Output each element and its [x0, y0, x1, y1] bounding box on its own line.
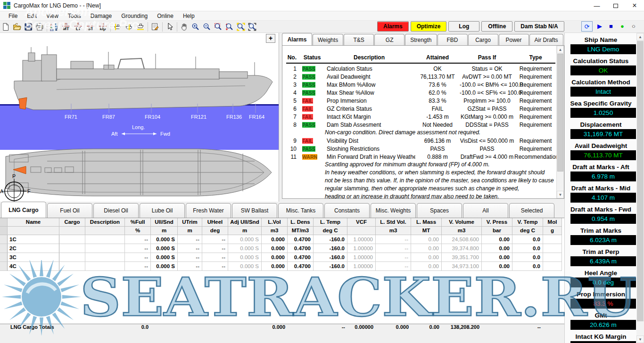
- tab-weights[interactable]: Weights: [313, 34, 343, 45]
- alarm-row[interactable]: 9FAILVisibility Dist696.136 mVisDist <= …: [282, 137, 564, 145]
- play-icon[interactable]: ▶: [595, 21, 604, 32]
- cargo-tab-diesel-oil[interactable]: Diesel Oil: [93, 203, 139, 218]
- maximize-button[interactable]: [606, 0, 625, 11]
- cargo-tab-lube-oil[interactable]: Lube Oil: [140, 203, 185, 218]
- pointer-icon[interactable]: [164, 21, 175, 32]
- unit-kip-button[interactable]: inkip: [97, 21, 109, 32]
- row-header-cell[interactable]: [0, 235, 8, 244]
- cargo-tab-selected[interactable]: Selected: [509, 203, 554, 218]
- alarms-button[interactable]: Alarms: [377, 21, 409, 32]
- alarms-scrollbar[interactable]: ▲ ▼: [556, 46, 564, 198]
- menu-item-grounding[interactable]: Grounding: [116, 12, 152, 20]
- totals-cell: [202, 324, 228, 330]
- print-icon[interactable]: [34, 21, 45, 32]
- cargo-tab-sw-ballast[interactable]: SW Ballast: [232, 203, 277, 218]
- cargo-tab-misc-weights[interactable]: Misc. Weights: [371, 203, 416, 218]
- cargo-name-cell[interactable]: 3C: [8, 253, 59, 262]
- menu-item-tools[interactable]: Tools: [63, 12, 86, 20]
- cargo-cell: 0.4700: [288, 235, 314, 244]
- cargo-row[interactable]: 3C--0.000 S----0.000 S0.0000.4700-160.01…: [0, 253, 564, 262]
- scroll-down-icon[interactable]: ▼: [557, 191, 564, 198]
- menu-item-online[interactable]: Online: [152, 12, 178, 20]
- cargo-tab-fresh-water[interactable]: Fresh Water: [186, 203, 231, 218]
- menu-item-damage[interactable]: Damage: [86, 12, 116, 20]
- profile-view-icon[interactable]: [112, 21, 124, 32]
- new-document-icon[interactable]: [0, 21, 11, 32]
- alarm-row[interactable]: 6FAILGZ Criteria StatusFAILGZStat = PASS…: [282, 105, 564, 113]
- menu-item-help[interactable]: Help: [178, 12, 199, 20]
- sidebar-value: 31,169.76 MT: [570, 129, 636, 139]
- row-header-cell[interactable]: [0, 253, 8, 262]
- zoom-out-icon[interactable]: [201, 21, 213, 32]
- section-view-icon[interactable]: [135, 21, 146, 32]
- damstab-button[interactable]: Dam Stab N/A: [514, 21, 564, 32]
- unit-lt-button[interactable]: ftLT: [72, 21, 84, 32]
- cargo-name-cell[interactable]: 4C: [8, 262, 59, 271]
- menu-item-edit[interactable]: Edit: [22, 12, 41, 20]
- alarm-row[interactable]: 5FAILProp Immersion83.3 %PropImm >= 100.…: [282, 97, 564, 105]
- alarm-row[interactable]: 1PASSCalculation StatusOKStatus = OKRequ…: [282, 65, 564, 73]
- minimize-button[interactable]: —: [587, 0, 606, 11]
- tab-t-s[interactable]: T&S: [344, 34, 374, 45]
- tab-alarms[interactable]: Alarms: [282, 33, 312, 45]
- cargo-tab-constants[interactable]: Constants: [324, 203, 370, 218]
- status-idle-icon[interactable]: ○: [629, 21, 638, 32]
- tab-air-drafts[interactable]: Air Drafts: [529, 34, 563, 45]
- scroll-thumb[interactable]: [557, 54, 563, 172]
- ship-drawing-panel[interactable]: FR71FR87FR104FR121FR136FR164 Long. Aft F…: [0, 33, 279, 202]
- row-header-cell[interactable]: [0, 244, 8, 253]
- cargo-row[interactable]: 1C--0.000 S----0.000 S0.0000.4700-160.01…: [0, 235, 564, 244]
- cargo-tab-spaces[interactable]: Spaces: [417, 203, 462, 218]
- open-file-icon[interactable]: [11, 21, 23, 32]
- log-button[interactable]: Log: [448, 21, 479, 32]
- cargo-row[interactable]: 2C--0.000 S----0.000 S0.0000.4700-160.01…: [0, 244, 564, 253]
- alarm-row[interactable]: 3PASSMax BMom %Allow73.6 %-100.0 =< BM% …: [282, 81, 564, 89]
- cargo-tab-misc-tanks[interactable]: Misc. Tanks: [278, 203, 323, 218]
- units-display-icon[interactable]: Ftm0.0: [49, 21, 60, 32]
- sidebar-scrollbar[interactable]: ▲ ▼: [636, 33, 644, 343]
- row-header-cell[interactable]: [0, 262, 8, 271]
- offline-button[interactable]: Offline: [481, 21, 512, 32]
- menu-item-file[interactable]: File: [4, 12, 22, 20]
- scroll-up-icon[interactable]: ▲: [636, 33, 644, 41]
- tab-power[interactable]: Power: [499, 34, 529, 45]
- zoom-previous-icon[interactable]: [247, 21, 258, 32]
- pan-hand-icon[interactable]: [179, 21, 190, 32]
- scroll-thumb[interactable]: [637, 41, 644, 321]
- tab-strength[interactable]: Strength: [405, 34, 437, 45]
- menu-item-view[interactable]: View: [41, 12, 63, 20]
- stop-icon[interactable]: ■: [607, 21, 615, 32]
- cargo-name-cell[interactable]: 2C: [8, 244, 59, 253]
- zoom-dynamic-icon[interactable]: [224, 21, 235, 32]
- alarm-row[interactable]: 8PASSDam Stab AssesmentNot NeededDDSStat…: [282, 121, 564, 129]
- unit-mt-button[interactable]: mMT: [60, 21, 72, 32]
- alarm-row[interactable]: 4PASSMax Shear %Allow62.0 %-100.0 =< SF%…: [282, 89, 564, 97]
- cargo-tab-lng-cargo[interactable]: LNG Cargo: [1, 202, 46, 218]
- scroll-up-icon[interactable]: ▲: [557, 46, 564, 53]
- close-button[interactable]: ×: [625, 0, 644, 11]
- cargo-row[interactable]: 4C--0.000 S----0.000 S0.0000.4700-160.01…: [0, 262, 564, 271]
- plan-view-icon[interactable]: [124, 21, 135, 32]
- alarm-row[interactable]: 11WARNMin Forward Draft in Heavy Weather…: [282, 153, 564, 161]
- alarm-status: PASS: [301, 74, 323, 80]
- save-icon[interactable]: [23, 21, 34, 32]
- cargo-tab-fuel-oil[interactable]: Fuel Oil: [47, 203, 92, 218]
- cargo-tab-all[interactable]: All: [463, 203, 508, 218]
- optimize-button[interactable]: Optimize: [411, 21, 447, 32]
- zoom-plus-button[interactable]: +: [266, 34, 275, 43]
- unit-st-button[interactable]: tST: [84, 21, 97, 32]
- zoom-in-icon[interactable]: [190, 21, 201, 32]
- tab-cargo[interactable]: Cargo: [468, 34, 498, 45]
- alarm-row[interactable]: 7FAILIntact KGt Margin-1.453 mKGtMarg >=…: [282, 113, 564, 121]
- zoom-window-icon[interactable]: [213, 21, 224, 32]
- properties-icon[interactable]: [149, 21, 161, 32]
- scroll-down-icon[interactable]: ▼: [636, 335, 644, 343]
- tab-gz[interactable]: GZ: [374, 34, 405, 45]
- tab-fbd[interactable]: FBD: [438, 34, 468, 45]
- zoom-extents-icon[interactable]: [235, 21, 247, 32]
- cargo-name-cell[interactable]: 1C: [8, 235, 59, 244]
- refresh-icon[interactable]: ⟳: [581, 21, 593, 32]
- status-green-icon[interactable]: ●: [618, 21, 627, 32]
- alarm-row[interactable]: 10PASSSloshing RestrictionsPASSPASSRequi…: [282, 145, 564, 153]
- alarm-row[interactable]: 2PASSAvail Deadweight76,113.70 MTAvDWT >…: [282, 73, 564, 81]
